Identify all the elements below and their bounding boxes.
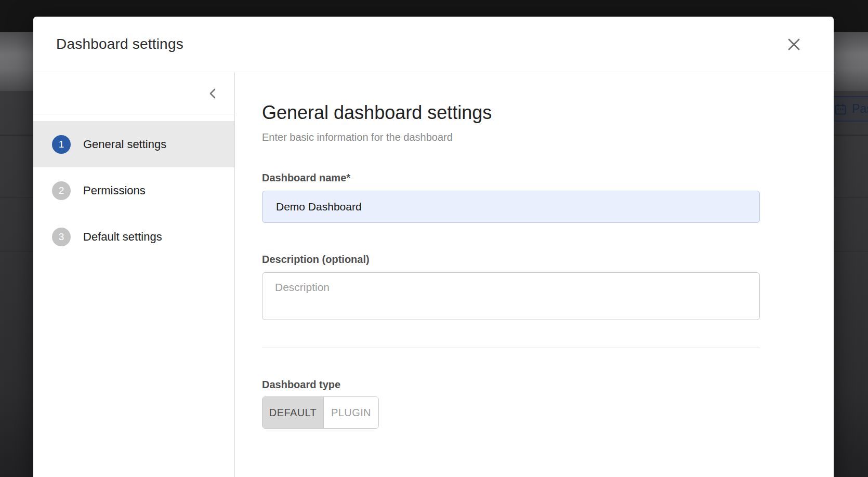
step-permissions[interactable]: 2 Permissions xyxy=(33,167,234,214)
dashboard-name-label: Dashboard name* xyxy=(262,171,760,184)
step-label: Permissions xyxy=(83,184,146,197)
calendar-icon xyxy=(834,102,847,116)
close-icon xyxy=(787,37,801,51)
stepper-sidebar: 1 General settings 2 Permissions 3 Defau… xyxy=(33,72,235,477)
step-label: Default settings xyxy=(83,230,162,244)
sidebar-top xyxy=(33,72,234,114)
modal-title: Dashboard settings xyxy=(56,36,183,52)
step-number-badge: 3 xyxy=(52,228,71,246)
time-range-button: Past xyxy=(833,97,868,121)
step-number-badge: 1 xyxy=(52,135,71,154)
general-settings-form: Dashboard name* Description (optional) D… xyxy=(262,171,760,429)
section-divider xyxy=(262,348,760,348)
time-range-button-border xyxy=(831,121,868,122)
panel-subheading: Enter basic information for the dashboar… xyxy=(262,131,834,143)
dashboard-type-toggle: DEFAULT PLUGIN xyxy=(262,396,379,429)
panel-heading: General dashboard settings xyxy=(262,101,834,124)
time-range-label: Past xyxy=(852,102,868,116)
step-default-settings[interactable]: 3 Default settings xyxy=(33,214,234,260)
dashboard-type-label: Dashboard type xyxy=(262,378,760,391)
steps-list: 1 General settings 2 Permissions 3 Defau… xyxy=(33,114,234,260)
collapse-sidebar-button[interactable] xyxy=(205,86,221,101)
dashboard-settings-modal: Dashboard settings 1 General settings xyxy=(33,17,834,477)
description-label: Description (optional) xyxy=(262,253,760,266)
description-input[interactable] xyxy=(262,272,760,320)
dashboard-name-input[interactable] xyxy=(262,191,760,223)
type-option-default[interactable]: DEFAULT xyxy=(262,397,324,428)
modal-header: Dashboard settings xyxy=(33,17,834,72)
chevron-left-icon xyxy=(207,87,219,100)
type-option-plugin[interactable]: PLUGIN xyxy=(324,397,378,428)
step-general-settings[interactable]: 1 General settings xyxy=(33,121,234,167)
step-label: General settings xyxy=(83,138,166,151)
general-settings-panel: General dashboard settings Enter basic i… xyxy=(235,72,834,477)
close-button[interactable] xyxy=(782,33,805,56)
modal-body: 1 General settings 2 Permissions 3 Defau… xyxy=(33,72,834,477)
step-number-badge: 2 xyxy=(52,181,71,200)
